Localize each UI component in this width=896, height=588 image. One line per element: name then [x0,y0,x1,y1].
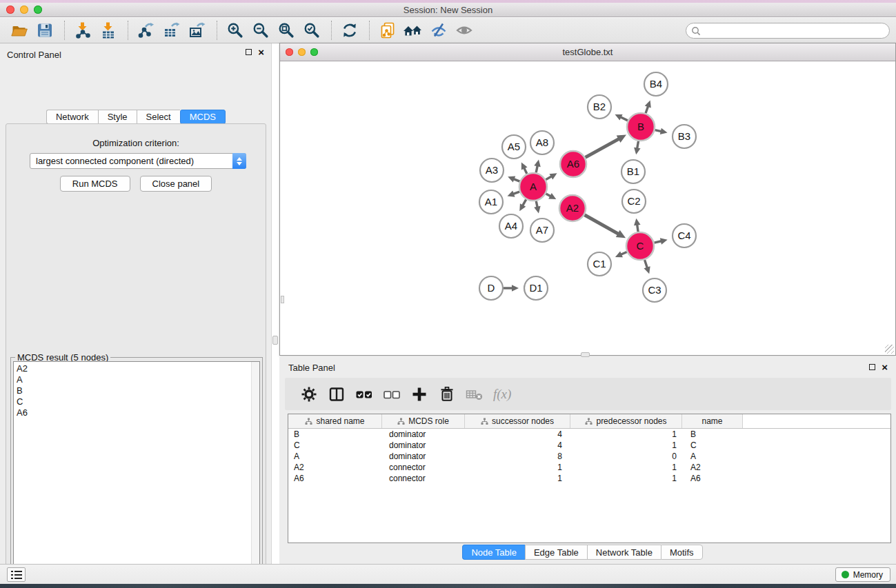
graph-edge-A-A4[interactable] [519,199,526,211]
close-panel-icon[interactable]: × [258,48,264,56]
table-cell[interactable]: A [288,451,382,462]
export-image-button[interactable] [187,20,208,41]
graph-node-B2[interactable]: B2 [588,95,611,119]
table-cell[interactable]: 8 [465,451,570,462]
refresh-layout-button[interactable] [339,20,360,41]
split-divider-grip[interactable] [272,336,278,345]
graph-node-C1[interactable]: C1 [588,252,611,276]
window-resize-grip[interactable] [885,345,894,354]
first-neighbors-button[interactable] [403,20,424,41]
zoom-fit-button[interactable] [276,20,297,41]
table-settings-button[interactable] [297,383,321,406]
graph-edge-B-B3[interactable] [655,128,667,134]
float-panel-icon[interactable] [246,49,252,55]
table-cell[interactable]: A2 [682,462,743,473]
table-cell[interactable]: 1 [465,462,570,473]
column-header-name[interactable]: name [682,414,743,428]
graph-node-A2[interactable]: A2 [559,195,586,221]
new-network-from-selection-button[interactable] [377,20,398,41]
graph-node-B4[interactable]: B4 [644,72,668,96]
table-cell[interactable]: 4 [465,429,570,440]
table-cell[interactable]: A [682,451,743,462]
graph-node-B[interactable]: B [627,113,655,141]
close-table-panel-icon[interactable]: × [882,363,888,371]
graph-edge-B-B2[interactable] [615,114,628,121]
table-cell[interactable]: 1 [570,440,682,451]
mcds-result-item[interactable]: A [14,374,259,385]
zoom-selected-button[interactable] [301,20,322,41]
mcds-result-item[interactable]: C [14,396,259,407]
table-cell[interactable]: C [682,440,743,451]
table-cell[interactable]: dominator [382,451,465,462]
graph-edge-B-B4[interactable] [645,101,651,114]
delete-table-button[interactable] [463,383,486,406]
tab-select[interactable]: Select [137,110,180,124]
tab-node-table[interactable]: Node Table [462,545,525,560]
graph-node-C3[interactable]: C3 [643,278,666,302]
result-list-scrollbar[interactable] [251,362,259,588]
zoom-in-button[interactable] [225,20,246,41]
graph-edge-C-C4[interactable] [654,238,667,244]
graph-edge-A2-C[interactable] [584,215,626,238]
export-table-button[interactable] [161,20,182,41]
graph-node-A4[interactable]: A4 [499,214,523,238]
graph-edge-C-C3[interactable] [644,260,650,274]
memory-button[interactable]: Memory [835,567,890,582]
search-input[interactable] [704,24,889,37]
split-divider-grip-horizontal[interactable] [581,352,590,357]
table-row-C[interactable]: Cdominator41C [288,440,890,451]
table-cell[interactable]: 1 [570,462,682,473]
graph-node-D1[interactable]: D1 [524,276,548,300]
run-mcds-button[interactable]: Run MCDS [60,176,130,192]
open-file-button[interactable] [9,20,30,41]
table-cell[interactable]: 1 [570,473,682,484]
close-panel-button[interactable]: Close panel [140,176,212,192]
table-cell[interactable]: B [682,429,743,440]
graph-edge-A6-B[interactable] [586,135,626,158]
table-cell[interactable]: connector [382,462,465,473]
graph-node-A3[interactable]: A3 [480,159,504,182]
graph-node-C2[interactable]: C2 [622,190,646,213]
clear-checkboxes-button[interactable] [380,383,404,406]
delete-column-button[interactable] [435,383,459,406]
table-cell[interactable]: dominator [382,440,465,451]
column-header-successor-nodes[interactable]: successor nodes [465,414,570,428]
import-network-button[interactable] [72,20,93,41]
table-row-B[interactable]: Bdominator41B [288,429,890,440]
table-cell[interactable]: dominator [382,429,465,440]
graph-node-A7[interactable]: A7 [530,219,554,242]
graph-node-A8[interactable]: A8 [530,131,554,154]
graph-node-C4[interactable]: C4 [673,224,696,247]
column-header-MCDS-role[interactable]: MCDS role [382,414,465,428]
table-cell[interactable]: A6 [288,473,382,484]
graph-edge-B-B1[interactable] [634,141,640,155]
select-all-checkboxes-button[interactable] [352,383,376,406]
mcds-result-list[interactable]: A2ABCA6 [13,361,260,588]
mcds-result-item[interactable]: A2 [14,362,259,374]
task-history-button[interactable] [7,567,26,582]
tab-network[interactable]: Network [46,110,98,124]
graph-node-A6[interactable]: A6 [560,151,586,177]
graph-edge-D-D1[interactable] [504,285,519,292]
graph-edge-A-A1[interactable] [508,191,520,197]
column-header-shared-name[interactable]: shared name [288,414,382,428]
graph-edge-A-A2[interactable] [546,193,556,199]
table-cell[interactable]: 0 [570,451,682,462]
search-field[interactable] [686,23,890,39]
graph-node-A[interactable]: A [519,173,547,201]
table-cell[interactable]: 1 [570,429,682,440]
float-table-panel-icon[interactable] [869,364,875,370]
table-cell[interactable]: 1 [465,473,570,484]
network-canvas[interactable]: ABCA2A6A1A3A4A5A7A8B1B2B3B4C1C2C3C4DD1 [280,61,895,355]
table-cell[interactable]: 4 [465,440,570,451]
table-cell[interactable]: B [288,429,382,440]
create-column-button[interactable] [408,383,431,406]
graph-edge-A-A3[interactable] [508,176,519,183]
table-row-A6[interactable]: A6connector11A6 [288,473,890,484]
column-header-predecessor-nodes[interactable]: predecessor nodes [570,414,682,428]
table-cell[interactable]: A6 [682,473,743,484]
save-session-button[interactable] [34,20,55,41]
show-details-button[interactable] [454,20,475,41]
tab-style[interactable]: Style [98,110,137,124]
import-table-button[interactable] [98,20,119,41]
